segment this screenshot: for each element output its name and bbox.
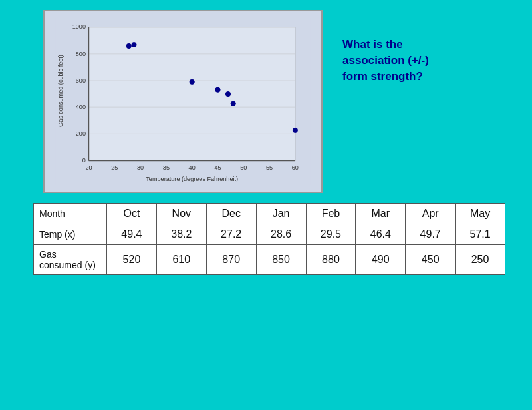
svg-point-29: [225, 91, 230, 96]
month-header-label: Month: [39, 208, 65, 219]
svg-rect-1: [89, 27, 295, 161]
svg-text:35: 35: [163, 164, 170, 171]
gas-row-label: Gas consumed (y): [34, 245, 107, 275]
temp-apr: 49.7: [406, 224, 456, 245]
temp-may: 57.1: [456, 224, 505, 245]
data-table: Month Oct Nov Dec Jan Feb Mar Apr May Te…: [33, 203, 505, 275]
temp-row: Temp (x) 49.4 38.2 27.2 28.6 29.5 46.4 4…: [34, 224, 505, 245]
svg-point-30: [231, 101, 235, 106]
header-jan: Jan: [256, 204, 306, 224]
header-oct: Oct: [107, 204, 157, 224]
svg-text:55: 55: [266, 164, 273, 171]
gas-nov: 610: [156, 245, 206, 275]
temp-feb: 29.5: [306, 224, 356, 245]
gas-oct: 520: [107, 245, 157, 275]
svg-text:40: 40: [189, 164, 196, 171]
gas-may: 250: [456, 245, 505, 275]
svg-text:Gas consumed (cubic feet): Gas consumed (cubic feet): [57, 55, 64, 127]
gas-mar: 490: [356, 245, 406, 275]
svg-text:60: 60: [292, 164, 299, 171]
header-feb: Feb: [306, 204, 356, 224]
temp-nov: 38.2: [156, 224, 206, 245]
temp-mar: 46.4: [356, 224, 406, 245]
svg-point-28: [215, 87, 220, 92]
svg-point-31: [293, 128, 297, 132]
header-may: May: [456, 204, 505, 224]
svg-text:50: 50: [240, 164, 247, 171]
gas-row: Gas consumed (y) 520 610 870 850 880 490…: [34, 245, 505, 275]
question-text: What is the association (+/-) form stren…: [342, 37, 456, 84]
svg-point-26: [132, 43, 136, 47]
svg-text:25: 25: [111, 164, 118, 171]
header-mar: Mar: [356, 204, 406, 224]
svg-text:200: 200: [76, 130, 86, 137]
svg-text:400: 400: [76, 104, 86, 110]
month-header-cell: Month: [34, 204, 107, 224]
header-nov: Nov: [156, 204, 206, 224]
scatter-chart: 0 200 400 600 800 1000 20 25 30 35 40 45…: [51, 18, 315, 185]
svg-text:600: 600: [76, 77, 86, 84]
question-label: What is the association (+/-) form stren…: [342, 38, 429, 83]
table-header-row: Month Oct Nov Dec Jan Feb Mar Apr May: [34, 204, 505, 224]
header-apr: Apr: [406, 204, 456, 224]
svg-text:20: 20: [85, 164, 92, 171]
svg-text:0: 0: [82, 157, 86, 164]
chart-container: 0 200 400 600 800 1000 20 25 30 35 40 45…: [43, 10, 323, 193]
gas-dec: 870: [206, 245, 256, 275]
svg-point-27: [190, 79, 194, 84]
gas-feb: 880: [306, 245, 356, 275]
temp-row-label: Temp (x): [34, 224, 107, 245]
data-table-container: Month Oct Nov Dec Jan Feb Mar Apr May Te…: [33, 203, 505, 275]
temp-oct: 49.4: [107, 224, 157, 245]
svg-text:1000: 1000: [72, 23, 86, 30]
svg-text:45: 45: [214, 164, 221, 171]
temp-dec: 27.2: [206, 224, 256, 245]
gas-apr: 450: [406, 245, 456, 275]
gas-jan: 850: [256, 245, 306, 275]
svg-point-25: [126, 43, 131, 48]
svg-text:800: 800: [76, 51, 86, 57]
header-dec: Dec: [206, 204, 256, 224]
svg-text:30: 30: [137, 164, 144, 171]
temp-jan: 28.6: [256, 224, 306, 245]
svg-text:Temperature (degrees Fahrenhei: Temperature (degrees Fahrenheit): [146, 176, 238, 182]
